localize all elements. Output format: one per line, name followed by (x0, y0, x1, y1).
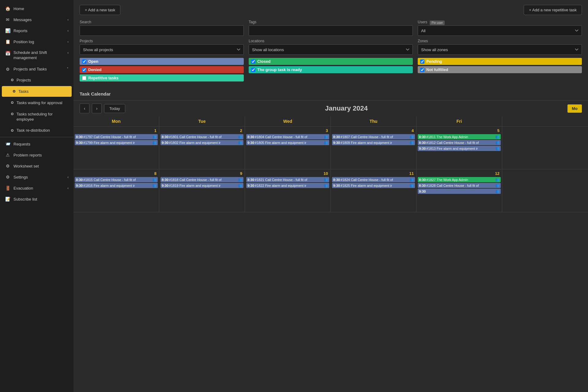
checkbox-not-fulfilled[interactable]: Not fulfilled (418, 66, 582, 73)
checkbox-open[interactable]: Open (80, 58, 244, 65)
calendar-next-button[interactable]: › (92, 104, 102, 113)
cal-event[interactable]: 8:30#1818 Call Centre House - full fit o… (160, 177, 243, 182)
cal-event[interactable]: 9:30#1816 Fire alarm and equipment ir👥 (75, 183, 158, 188)
cal-event[interactable]: 8:30#1797 Call Centre House - full fit o… (75, 134, 158, 139)
calendar-today-button[interactable]: Today (104, 104, 125, 113)
cal-cell-extra-1 (502, 126, 588, 169)
messages-icon: ✉ (5, 17, 10, 22)
cal-event[interactable]: 9:30👥 (418, 189, 501, 194)
cal-event[interactable]: 8:30#1824 Call Centre House - full fit o… (332, 177, 415, 182)
sidebar-item-evacuation[interactable]: 🚪 Evacuation ‹ (0, 183, 74, 194)
reports-icon: 📊 (5, 28, 10, 33)
evacuation-icon: 🚪 (5, 186, 10, 190)
cal-event[interactable]: 9:30#1813 Fire alarm and equipment ir👥 (418, 146, 501, 151)
cal-event-green[interactable]: 8:30#1827 The Work App Admin👥 (418, 177, 501, 182)
sidebar-item-label: Subscribe list (13, 197, 37, 202)
search-input[interactable] (80, 25, 244, 36)
calendar-header-bar: Task Calendar (74, 88, 588, 100)
cal-event[interactable]: 8:30#1812 Call Centre House - full fit o… (418, 140, 501, 145)
users-select[interactable]: All (418, 25, 582, 36)
cal-header-mon: Mon (74, 116, 159, 126)
chevron-icon: ‹ (67, 51, 69, 55)
checkbox-repetitive[interactable]: Repetitive tasks (80, 74, 244, 81)
cal-event[interactable]: 8:30#1801 Call Centre House - full fit o… (160, 134, 243, 139)
cal-date-3: 3 (246, 128, 329, 134)
chevron-icon: ‹ (67, 175, 69, 179)
projects-group: Projects Show all projects (80, 39, 244, 55)
cal-event[interactable]: 9:30#1825 Fire alarm and equipment ir👥 (332, 183, 415, 188)
checkbox-not-fulfilled-input[interactable] (420, 68, 424, 72)
tags-input[interactable] (249, 25, 413, 36)
sidebar-item-projects-sub[interactable]: Projects (0, 75, 74, 85)
add-repetitive-task-button[interactable]: + Add a new repetitive task (524, 5, 582, 15)
cal-date-2: 2 (160, 128, 243, 134)
checkbox-pending[interactable]: Pending (418, 58, 582, 65)
cal-event[interactable]: 9:30#1819 Fire alarm and equipment ir👥 (160, 183, 243, 188)
checkbox-closed[interactable]: Closed (249, 58, 413, 65)
checkbox-denied-input[interactable] (82, 68, 86, 72)
sidebar-item-tasks-sub[interactable]: Tasks (2, 86, 72, 97)
cal-cell-5: 5 8:30#1811 The Work App Admin👥 8:30#181… (417, 126, 502, 169)
sidebar-item-reports[interactable]: 📊 Reports ‹ (0, 25, 74, 36)
sidebar-item-label: Position log (13, 40, 34, 44)
cal-event[interactable]: 9:30#1822 Fire alarm and equipment ir👥 (246, 183, 329, 188)
calendar-section: Task Calendar ‹ › Today January 2024 Mo … (74, 88, 588, 392)
locations-group: Locations Show all locations (249, 39, 413, 55)
calendar-prev-button[interactable]: ‹ (80, 104, 89, 113)
checkbox-pending-input[interactable] (420, 59, 424, 64)
checkbox-group-ready-label: The group task is ready (257, 67, 302, 72)
checkbox-group-ready-input[interactable] (251, 68, 255, 72)
cal-date-10: 10 (246, 171, 329, 177)
add-task-button[interactable]: + Add a new task (80, 5, 120, 15)
cal-event[interactable]: 9:30#1809 Fire alarm and equipment ir👥 (332, 140, 415, 145)
sidebar-item-schedule[interactable]: 📅 Schedule and Shift management ‹ (0, 47, 74, 64)
sidebar-item-tasks-waiting-sub[interactable]: Tasks waiting for approval (0, 97, 74, 109)
sidebar-item-settings[interactable]: ⚙ Settings ‹ (0, 172, 74, 183)
cal-event-green[interactable]: 8:30#1811 The Work App Admin👥 (418, 134, 501, 139)
sidebar-item-label: Evacuation (13, 186, 33, 190)
checkbox-closed-input[interactable] (251, 59, 255, 64)
sidebar-item-requests[interactable]: 📨 Requests (0, 138, 74, 149)
calendar-week-1: 1 8:30#1797 Call Centre House - full fit… (74, 126, 588, 169)
checkbox-denied[interactable]: Denied (80, 66, 244, 73)
checkbox-col-2: Closed The group task is ready (249, 58, 413, 81)
cal-header-tue: Tue (159, 116, 245, 126)
sidebar-item-projects-tasks[interactable]: ⚙ Projects and Tasks ˅ (0, 64, 74, 75)
cal-cell-1: 1 8:30#1797 Call Centre House - full fit… (74, 126, 159, 169)
sidebar-item-label: Task re-distribution (17, 128, 50, 133)
cal-event[interactable]: 9:30#1802 Fire alarm and equipment ir👥 (160, 140, 243, 145)
zones-label: Zones (418, 39, 582, 43)
sidebar-item-worksheet-set[interactable]: ⚙ Worksheet set (0, 160, 74, 172)
cal-event[interactable]: 8:30#1815 Call Centre House - full fit o… (75, 177, 158, 182)
cal-event[interactable]: 8:30#1828 Call Centre House - full fit o… (418, 183, 501, 188)
cal-event[interactable]: 9:30#1799 Fire alarm and equipment ir👥 (75, 140, 158, 145)
cal-date-8: 8 (75, 171, 158, 177)
zones-select[interactable]: Show all zones (418, 44, 582, 55)
sidebar-item-subscribe-list[interactable]: 📝 Subscribe list (0, 194, 74, 205)
checkbox-open-input[interactable] (82, 59, 86, 64)
cal-event[interactable]: 8:30#1821 Call Centre House - full fit o… (246, 177, 329, 182)
checkbox-repetitive-input[interactable] (82, 76, 86, 80)
cal-event[interactable]: 9:30#1805 Fire alarm and equipment ir👥 (246, 140, 329, 145)
sidebar-item-position-log[interactable]: 📋 Position log ‹ (0, 36, 74, 47)
sidebar-item-task-redistribution-sub[interactable]: Task re-distribution (0, 125, 74, 136)
zones-group: Zones Show all zones (418, 39, 582, 55)
sidebar-item-messages[interactable]: ✉ Messages ‹ (0, 14, 74, 25)
cal-event[interactable]: 8:30#1804 Call Centre House - full fit o… (246, 134, 329, 139)
checkbox-group-ready[interactable]: The group task is ready (249, 66, 413, 73)
home-icon: 🏠 (5, 6, 10, 11)
checkboxes-row: Open Denied Repetitive tasks Closed (80, 58, 582, 81)
sub-dot-icon (11, 79, 13, 81)
calendar-view-button[interactable]: Mo (567, 104, 582, 113)
cal-event[interactable]: 8:30#1807 Call Centre House - full fit o… (332, 134, 415, 139)
projects-select[interactable]: Show all projects (80, 44, 244, 55)
sidebar-item-label: Settings (13, 175, 28, 179)
locations-select[interactable]: Show all locations (249, 44, 413, 55)
sidebar-item-tasks-scheduling-sub[interactable]: Tasks scheduling for employee (0, 109, 74, 125)
sub-dot-icon (11, 113, 13, 115)
sidebar-item-home[interactable]: 🏠 Home (0, 3, 74, 14)
sidebar: 🏠 Home ✉ Messages ‹ 📊 Reports ‹ 📋 Positi… (0, 0, 74, 392)
cal-cell-8: 8 8:30#1815 Call Centre House - full fit… (74, 169, 159, 212)
sidebar-item-label: Schedule and Shift management (13, 50, 64, 61)
sidebar-item-problem-reports[interactable]: ⚠ Problem reports (0, 149, 74, 160)
